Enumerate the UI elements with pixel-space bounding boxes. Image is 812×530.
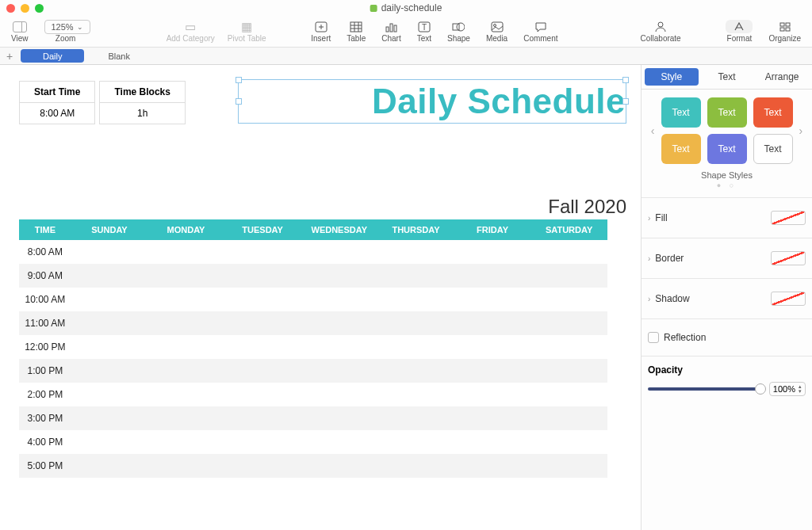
resize-handle[interactable] <box>236 98 242 105</box>
inspector-tab-arrange[interactable]: Arrange <box>755 68 809 86</box>
schedule-cell[interactable] <box>224 311 301 335</box>
fill-swatch[interactable] <box>771 211 806 225</box>
schedule-cell[interactable] <box>71 311 148 335</box>
shape-button[interactable]: Shape <box>441 20 477 43</box>
style-prev-button[interactable]: ‹ <box>649 124 657 137</box>
opacity-slider[interactable] <box>648 387 763 391</box>
schedule-cell[interactable] <box>454 264 530 288</box>
shape-style-4[interactable]: Text <box>661 134 701 164</box>
params-cell-time-blocks[interactable]: 1h <box>99 103 185 124</box>
inspector-tab-style[interactable]: Style <box>645 68 699 86</box>
schedule-cell[interactable] <box>147 335 224 359</box>
schedule-cell[interactable] <box>224 454 301 478</box>
table-button[interactable]: Table <box>340 20 372 43</box>
shape-style-1[interactable]: Text <box>661 97 701 128</box>
schedule-subtitle[interactable]: Fall 2020 <box>548 196 626 218</box>
schedule-cell[interactable] <box>147 264 224 288</box>
shape-style-3[interactable]: Text <box>753 97 793 128</box>
schedule-cell[interactable] <box>530 359 607 383</box>
schedule-cell[interactable] <box>71 288 148 311</box>
schedule-cell[interactable] <box>147 311 224 335</box>
resize-handle[interactable] <box>236 77 242 83</box>
schedule-cell[interactable] <box>71 406 148 430</box>
media-button[interactable]: Media <box>480 20 514 43</box>
schedule-cell[interactable] <box>454 383 530 406</box>
schedule-cell[interactable] <box>530 264 607 288</box>
schedule-cell[interactable] <box>377 454 454 478</box>
params-header-start-time[interactable]: Start Time <box>19 81 95 103</box>
time-cell[interactable]: 8:00 AM <box>19 240 71 264</box>
maximize-window-button[interactable] <box>35 4 44 13</box>
time-cell[interactable]: 10:00 AM <box>19 288 71 311</box>
zoom-control[interactable]: 125%⌄ Zoom <box>35 16 97 47</box>
border-row[interactable]: ›Border <box>648 246 806 270</box>
schedule-cell[interactable] <box>454 311 530 335</box>
format-button[interactable]: Format <box>719 20 759 43</box>
schedule-cell[interactable] <box>377 240 454 264</box>
schedule-cell[interactable] <box>301 406 377 430</box>
time-cell[interactable]: 4:00 PM <box>19 430 71 454</box>
schedule-cell[interactable] <box>224 430 301 454</box>
schedule-cell[interactable] <box>377 359 454 383</box>
resize-handle[interactable] <box>622 77 629 83</box>
schedule-cell[interactable] <box>377 430 454 454</box>
shape-style-5[interactable]: Text <box>707 134 747 164</box>
schedule-header-cell[interactable]: SATURDAY <box>530 219 607 240</box>
params-header-time-blocks[interactable]: Time Blocks <box>99 81 185 103</box>
schedule-cell[interactable] <box>71 335 148 359</box>
schedule-cell[interactable] <box>530 406 607 430</box>
schedule-cell[interactable] <box>530 240 607 264</box>
schedule-cell[interactable] <box>530 454 607 478</box>
schedule-cell[interactable] <box>377 406 454 430</box>
schedule-cell[interactable] <box>301 359 377 383</box>
opacity-field[interactable]: 100% ▴▾ <box>769 382 806 396</box>
schedule-table[interactable]: TIMESUNDAYMONDAYTUESDAYWEDNESDAYTHURSDAY… <box>19 219 607 478</box>
schedule-cell[interactable] <box>224 359 301 383</box>
schedule-cell[interactable] <box>301 335 377 359</box>
schedule-cell[interactable] <box>147 240 224 264</box>
time-cell[interactable]: 12:00 PM <box>19 335 71 359</box>
schedule-title[interactable]: Daily Schedule <box>239 82 626 121</box>
schedule-cell[interactable] <box>454 240 530 264</box>
spreadsheet-canvas[interactable]: Start Time 8:00 AM Time Blocks 1h Daily … <box>0 65 641 530</box>
style-next-button[interactable]: › <box>798 124 805 137</box>
schedule-cell[interactable] <box>147 406 224 430</box>
time-cell[interactable]: 2:00 PM <box>19 383 71 406</box>
border-swatch[interactable] <box>771 251 806 265</box>
schedule-header-cell[interactable]: FRIDAY <box>454 219 530 240</box>
schedule-cell[interactable] <box>530 311 607 335</box>
schedule-cell[interactable] <box>147 383 224 406</box>
schedule-cell[interactable] <box>71 430 148 454</box>
schedule-cell[interactable] <box>301 240 377 264</box>
schedule-cell[interactable] <box>454 406 530 430</box>
sheet-tab-blank[interactable]: Blank <box>86 48 152 64</box>
schedule-header-cell[interactable]: SUNDAY <box>71 219 148 240</box>
schedule-cell[interactable] <box>377 383 454 406</box>
shadow-row[interactable]: ›Shadow <box>648 287 806 311</box>
schedule-cell[interactable] <box>71 383 148 406</box>
shape-style-6[interactable]: Text <box>753 134 793 164</box>
schedule-cell[interactable] <box>530 383 607 406</box>
title-text-box[interactable]: Daily Schedule <box>238 79 626 124</box>
schedule-cell[interactable] <box>71 264 148 288</box>
schedule-cell[interactable] <box>224 288 301 311</box>
schedule-cell[interactable] <box>301 288 377 311</box>
schedule-cell[interactable] <box>71 359 148 383</box>
schedule-cell[interactable] <box>301 430 377 454</box>
schedule-cell[interactable] <box>454 335 530 359</box>
schedule-cell[interactable] <box>530 335 607 359</box>
schedule-cell[interactable] <box>301 383 377 406</box>
schedule-cell[interactable] <box>301 311 377 335</box>
minimize-window-button[interactable] <box>21 4 29 13</box>
time-cell[interactable]: 3:00 PM <box>19 406 71 430</box>
inspector-tab-text[interactable]: Text <box>700 68 754 86</box>
schedule-header-cell[interactable]: TUESDAY <box>224 219 301 240</box>
view-button[interactable]: View <box>5 16 35 47</box>
reflection-row[interactable]: Reflection <box>648 327 806 348</box>
schedule-cell[interactable] <box>71 454 148 478</box>
schedule-cell[interactable] <box>301 264 377 288</box>
organize-button[interactable]: Organize <box>762 20 807 43</box>
schedule-cell[interactable] <box>301 454 377 478</box>
schedule-cell[interactable] <box>224 335 301 359</box>
collaborate-button[interactable]: Collaborate <box>634 20 688 43</box>
